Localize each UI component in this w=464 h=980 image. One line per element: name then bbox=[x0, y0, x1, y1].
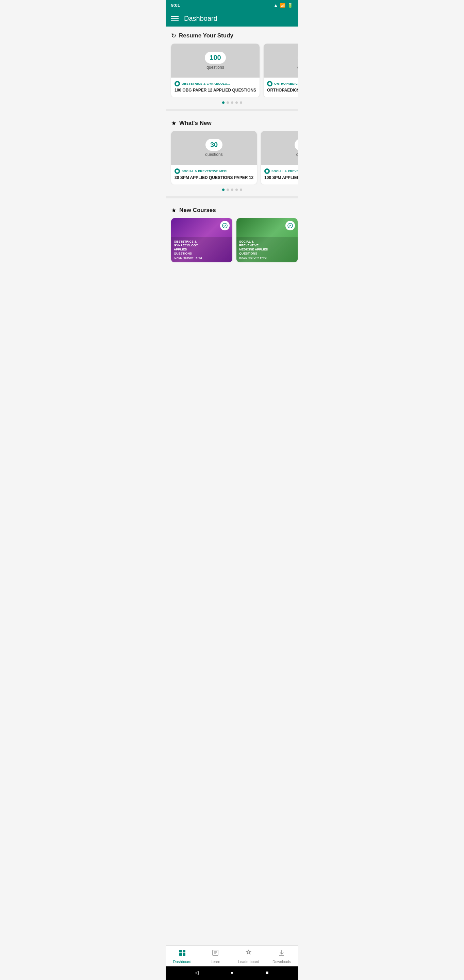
course-badge-1 bbox=[220, 221, 230, 231]
wn-dot-5 bbox=[240, 189, 242, 191]
course-card-2[interactable]: SOCIAL &PREVENTIVEMEDICINE APPLIEDQUESTI… bbox=[237, 218, 298, 262]
resume-card-2[interactable]: 30 questions ORTHOPAEDICS ORTHOPAEDICS 2… bbox=[264, 43, 298, 97]
new-courses-header: ★ New Courses bbox=[166, 207, 298, 214]
course-card-2-text: SOCIAL &PREVENTIVEMEDICINE APPLIEDQUESTI… bbox=[237, 237, 298, 262]
system-nav: ◁ ● ■ bbox=[166, 966, 298, 980]
svg-point-0 bbox=[176, 82, 179, 85]
new-card-2-label: questions bbox=[296, 152, 298, 157]
new-card-1-body: SOCIAL & PREVENTIVE MEDI 30 SPM APPLIED … bbox=[171, 165, 257, 185]
resume-study-title: Resume Your Study bbox=[179, 32, 234, 39]
new-courses-icon: ★ bbox=[171, 207, 176, 214]
resume-card-2-label: questions bbox=[297, 65, 298, 70]
resume-icon: ↻ bbox=[171, 32, 176, 40]
new-card-1-image: 30 questions bbox=[171, 131, 257, 165]
whats-new-dots bbox=[166, 189, 298, 191]
bottom-bar-wrapper: Dashboard Learn Leaderboard bbox=[166, 945, 298, 980]
resume-card-1-title: 100 OBG PAPER 12 APPLIED QUESTIONS bbox=[175, 88, 256, 93]
resume-card-2-body: ORTHOPAEDICS ORTHOPAEDICS 2 Applied/Case… bbox=[264, 78, 298, 97]
resume-card-1[interactable]: 100 questions OBSTETRICS & GYNAECOLO... … bbox=[171, 43, 259, 97]
course-badge-2 bbox=[285, 221, 295, 231]
divider-1 bbox=[166, 109, 298, 111]
resume-card-1-category-text: OBSTETRICS & GYNAECOLO... bbox=[182, 82, 230, 86]
nav-downloads[interactable]: Downloads bbox=[265, 946, 299, 966]
svg-rect-10 bbox=[179, 953, 182, 956]
new-courses-section: ★ New Courses OBSTETRICS &GYNAECOLOGYAPP… bbox=[166, 201, 298, 265]
battery-icon: 🔋 bbox=[288, 3, 293, 8]
resume-card-2-image: 30 questions bbox=[264, 43, 298, 78]
back-button[interactable]: ◁ bbox=[194, 969, 200, 976]
recents-button[interactable]: ■ bbox=[264, 969, 270, 976]
top-bar: Dashboard bbox=[166, 11, 298, 27]
whats-new-cards-scroll[interactable]: 30 questions SOCIAL & PREVENTIVE MEDI 30… bbox=[166, 131, 298, 185]
dot-2 bbox=[227, 102, 229, 104]
course-card-1-image: OBSTETRICS &GYNAECOLOGYAPPLIEDQUESTIONS(… bbox=[171, 218, 232, 262]
wn-dot-4 bbox=[235, 189, 238, 191]
status-time: 9:01 bbox=[171, 3, 180, 8]
resume-cards-scroll[interactable]: 100 questions OBSTETRICS & GYNAECOLO... … bbox=[166, 43, 298, 97]
category-dot-n1 bbox=[175, 169, 180, 174]
new-courses-scroll[interactable]: OBSTETRICS &GYNAECOLOGYAPPLIEDQUESTIONS(… bbox=[166, 218, 298, 262]
whats-new-section: ★ What's New 30 questions SOCIAL & PREVE… bbox=[166, 114, 298, 194]
home-button[interactable]: ● bbox=[229, 969, 235, 976]
whats-new-icon: ★ bbox=[171, 119, 176, 127]
new-card-1-title: 30 SPM APPLIED QUESTIONS PAPER 12 bbox=[175, 175, 253, 181]
dot-1 bbox=[222, 102, 224, 104]
resume-card-1-body: OBSTETRICS & GYNAECOLO... 100 OBG PAPER … bbox=[171, 78, 259, 97]
page-title: Dashboard bbox=[184, 14, 218, 22]
new-card-1-category-text: SOCIAL & PREVENTIVE MEDI bbox=[182, 169, 227, 173]
dot-5 bbox=[240, 102, 242, 104]
svg-rect-8 bbox=[179, 950, 182, 953]
status-bar: 9:01 ▲ 📶 🔋 bbox=[166, 0, 298, 11]
downloads-icon bbox=[278, 949, 285, 959]
svg-point-1 bbox=[269, 82, 271, 85]
learn-icon bbox=[211, 949, 219, 959]
resume-dots bbox=[166, 102, 298, 104]
status-icons: ▲ 📶 🔋 bbox=[273, 3, 293, 8]
divider-2 bbox=[166, 196, 298, 198]
nav-downloads-label: Downloads bbox=[272, 959, 291, 964]
wn-dot-3 bbox=[231, 189, 234, 191]
new-card-2[interactable]: 100 questions SOCIAL & PREVENTIVE MEDI 1… bbox=[261, 131, 298, 185]
nav-learn[interactable]: Learn bbox=[199, 946, 232, 966]
wn-dot-2 bbox=[227, 189, 229, 191]
new-card-2-count: 100 bbox=[295, 139, 298, 151]
new-card-2-body: SOCIAL & PREVENTIVE MEDI 100 SPM APPLIED… bbox=[261, 165, 298, 185]
new-card-2-title: 100 SPM APPLIED QUESTIONS PAPER 11 bbox=[264, 175, 298, 181]
course-card-1[interactable]: OBSTETRICS &GYNAECOLOGYAPPLIEDQUESTIONS(… bbox=[171, 218, 232, 262]
signal-icon: 📶 bbox=[280, 3, 285, 8]
dashboard-icon bbox=[179, 949, 186, 959]
course-card-1-text: OBSTETRICS &GYNAECOLOGYAPPLIEDQUESTIONS(… bbox=[171, 237, 232, 262]
category-dot-2 bbox=[267, 81, 272, 86]
main-content: ↻ Resume Your Study 100 questions OBSTET… bbox=[166, 27, 298, 292]
bottom-nav: Dashboard Learn Leaderboard bbox=[166, 945, 298, 966]
whats-new-title: What's New bbox=[179, 120, 211, 127]
new-card-1[interactable]: 30 questions SOCIAL & PREVENTIVE MEDI 30… bbox=[171, 131, 257, 185]
svg-rect-9 bbox=[183, 950, 185, 953]
resume-card-2-category: ORTHOPAEDICS bbox=[267, 81, 298, 86]
menu-button[interactable] bbox=[171, 16, 179, 21]
nav-dashboard[interactable]: Dashboard bbox=[166, 946, 199, 966]
category-dot bbox=[175, 81, 180, 86]
new-card-2-category-text: SOCIAL & PREVENTIVE MEDI bbox=[272, 169, 298, 173]
leaderboard-icon bbox=[245, 949, 253, 959]
resume-card-1-image: 100 questions bbox=[171, 43, 259, 78]
new-courses-title: New Courses bbox=[179, 207, 216, 214]
svg-point-4 bbox=[266, 170, 269, 172]
resume-study-header: ↻ Resume Your Study bbox=[166, 32, 298, 40]
nav-learn-label: Learn bbox=[211, 959, 220, 964]
new-card-1-category: SOCIAL & PREVENTIVE MEDI bbox=[175, 169, 253, 174]
nav-leaderboard-label: Leaderboard bbox=[238, 959, 259, 964]
course-card-2-image: SOCIAL &PREVENTIVEMEDICINE APPLIEDQUESTI… bbox=[237, 218, 298, 262]
resume-card-2-category-text: ORTHOPAEDICS bbox=[274, 82, 298, 86]
dot-3 bbox=[231, 102, 234, 104]
resume-study-section: ↻ Resume Your Study 100 questions OBSTET… bbox=[166, 27, 298, 107]
new-card-2-category: SOCIAL & PREVENTIVE MEDI bbox=[264, 169, 298, 174]
resume-card-1-label: questions bbox=[207, 65, 224, 70]
wifi-icon: ▲ bbox=[273, 3, 278, 8]
svg-rect-11 bbox=[183, 953, 185, 956]
resume-card-1-count: 100 bbox=[205, 52, 226, 64]
new-card-2-image: 100 questions bbox=[261, 131, 298, 165]
new-card-1-count: 30 bbox=[205, 139, 222, 151]
nav-leaderboard[interactable]: Leaderboard bbox=[232, 946, 265, 966]
resume-card-2-count: 30 bbox=[298, 52, 298, 64]
